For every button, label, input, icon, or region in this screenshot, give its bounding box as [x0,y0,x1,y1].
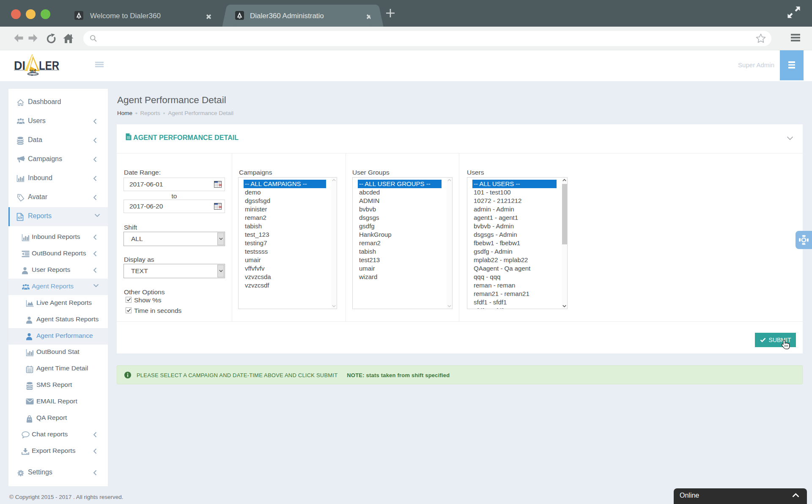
list-option[interactable]: bvbvb [358,205,442,214]
list-option[interactable]: bvbvb - Admin [472,222,557,230]
users-listbox[interactable]: -- ALL USERS -- 101 - test100 10272 - 21… [467,177,568,309]
sidebar-item-reports[interactable]: Reports [8,207,108,226]
sidebar-item-agent-reports[interactable]: Agent Reports [8,279,108,295]
list-option[interactable]: qqq - qqq [472,273,557,281]
list-option[interactable]: reman - reman [472,281,557,290]
date-from-input[interactable]: 2017-06-01 [123,178,225,191]
list-option[interactable]: reman2 [244,214,326,222]
chevron-up-icon[interactable] [792,493,799,498]
checkbox-checked[interactable] [126,297,132,303]
list-option[interactable]: wizard [358,273,442,281]
campaigns-listbox[interactable]: -- ALL CAMPAIGNS -- demo dgssfsgd minist… [238,177,337,309]
scroll-up-icon[interactable] [447,179,451,181]
back-icon[interactable] [14,33,24,44]
list-option-selected[interactable]: -- ALL USERS -- [472,180,557,188]
user-name-label[interactable]: Super Admin [738,61,774,68]
support-widget-button[interactable] [796,231,812,249]
list-option-selected[interactable]: -- ALL CAMPAIGNS -- [244,180,326,188]
header-menu-button[interactable] [780,50,804,80]
list-option[interactable]: test_123 [244,230,326,239]
sidebar-item-inbound-reports[interactable]: Inbound Reports [8,229,108,246]
fullscreen-expand-icon[interactable] [787,5,801,19]
scroll-up-icon[interactable] [562,179,566,181]
sidebar-item-inbound[interactable]: Inbound [8,169,108,188]
list-option[interactable]: testssss [244,247,326,256]
list-option-selected[interactable]: -- ALL USER GROUPS -- [358,180,442,188]
new-tab-button[interactable] [385,8,396,19]
shift-select[interactable]: ALL [123,232,225,246]
list-option[interactable]: gsdfg [358,222,442,230]
tab-administration[interactable]: Dialer360 Administratio [230,5,376,27]
sidebar-item-email-report[interactable]: EMAIL Report [8,394,108,410]
scrollbar[interactable] [562,178,567,309]
list-option[interactable]: demo [244,188,326,197]
scrollbar[interactable] [331,178,337,309]
list-option[interactable]: abcded [358,188,442,197]
sidebar-item-data[interactable]: Data [8,131,108,150]
sidebar-item-live-agent-reports[interactable]: Live Agent Reports [8,295,108,312]
sidebar-item-users[interactable]: Users [8,112,108,131]
display-as-select[interactable]: TEXT [123,264,225,278]
list-option[interactable]: tabish [244,222,326,230]
sidebar-toggle-icon[interactable] [95,62,104,68]
tab-close-icon[interactable] [206,14,212,20]
date-to-input[interactable]: 2017-06-20 [123,200,225,213]
scroll-up-icon[interactable] [332,179,336,181]
forward-icon[interactable] [28,33,38,44]
sidebar-item-outbound-stat[interactable]: OutBound Stat [8,344,108,361]
list-option[interactable]: 101 - test100 [472,188,557,197]
list-option[interactable]: QAagent - Qa agent [472,264,557,273]
list-option[interactable]: sfdf1 - sfdf1 [472,298,557,307]
sidebar-item-dashboard[interactable]: Dashboard [8,93,108,112]
url-address-bar[interactable] [83,31,771,46]
window-minimize-button[interactable] [26,9,36,19]
list-option[interactable]: 10272 - 2121212 [472,197,557,205]
list-option[interactable]: reman21 - reman21 [472,290,557,298]
list-option[interactable]: vffvfvfv [244,264,326,273]
list-option[interactable]: minister [244,205,326,214]
sidebar-item-avatar[interactable]: Avatar [8,188,108,207]
window-close-button[interactable] [11,9,21,19]
list-option[interactable]: umair [244,256,326,264]
scrollbar[interactable] [447,178,452,309]
list-option[interactable]: gsdfg - Admin [472,247,557,256]
sidebar-item-qa-report[interactable]: QA Report [8,410,108,427]
user-groups-listbox[interactable]: -- ALL USER GROUPS -- abcded ADMIN bvbvb… [352,177,453,309]
list-option[interactable]: tabish [358,247,442,256]
calendar-picker-icon[interactable] [214,181,222,188]
sidebar-item-sms-report[interactable]: SMS Report [8,377,108,394]
sidebar-item-settings[interactable]: Settings [8,463,108,482]
sidebar-item-agent-time-detail[interactable]: Agent Time Detail [8,361,108,377]
list-option[interactable]: mplab22 - mplab22 [472,256,557,264]
chat-status-widget[interactable]: Online [674,488,807,504]
breadcrumb-reports[interactable]: Reports [140,110,160,116]
calendar-picker-icon[interactable] [214,203,222,210]
sidebar-item-campaigns[interactable]: Campaigns [8,150,108,169]
list-option[interactable]: ADMIN [358,197,442,205]
bookmark-star-icon[interactable] [755,33,766,44]
list-option[interactable]: dgssfsgd [244,197,326,205]
sidebar-item-user-reports[interactable]: User Reports [8,262,108,279]
tab-close-icon[interactable] [366,14,372,20]
list-option[interactable]: vzvzcsdf [244,281,326,290]
list-option[interactable]: vzvzcsda [244,273,326,281]
dialer360-logo[interactable]: DI LER 360 [14,53,61,78]
checkbox-checked[interactable] [126,307,132,313]
scrollbar-thumb[interactable] [562,184,567,244]
breadcrumb-home-link[interactable]: Home [117,110,132,116]
reload-icon[interactable] [46,33,57,44]
browser-home-icon[interactable] [63,33,74,44]
scroll-down-icon[interactable] [332,305,336,307]
list-option[interactable]: testing7 [244,239,326,247]
list-option[interactable]: agent1 - agent1 [472,214,557,222]
sidebar-item-chat-reports[interactable]: Chat reports [8,427,108,443]
window-maximize-button[interactable] [41,9,50,19]
sidebar-item-agent-performance[interactable]: Agent Performance [8,328,108,345]
list-option[interactable]: admin - Admin [472,205,557,214]
scroll-down-icon[interactable] [562,305,566,307]
list-option[interactable]: HankGroup [358,230,442,239]
sidebar-item-agent-status-reports[interactable]: Agent Status Reports [8,312,108,328]
sidebar-item-export-reports[interactable]: Export Reports [8,443,108,460]
list-option[interactable]: umair [358,264,442,273]
list-option[interactable]: dsgsgs - Admin [472,230,557,239]
